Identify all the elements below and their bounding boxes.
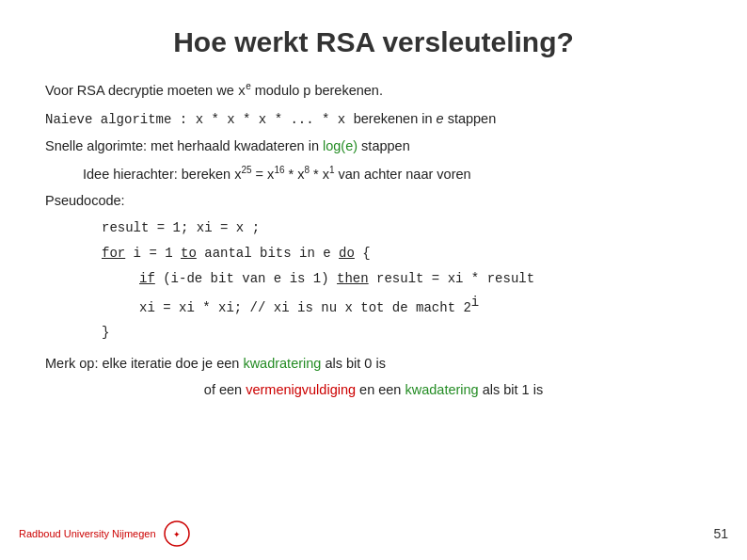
remark1-suffix: als bit 0 is bbox=[321, 356, 386, 371]
code2-rest: i = 1 bbox=[125, 246, 181, 261]
line-2: Naieve algoritme : x * x * x * ... * x b… bbox=[45, 108, 702, 131]
line2-mono: x * x * x * ... * x bbox=[187, 112, 353, 127]
remark2-pre: of een bbox=[204, 382, 246, 397]
line3-prefix: Snelle algorimte: bbox=[45, 138, 147, 153]
university-logo: ✦ bbox=[164, 520, 190, 547]
line2-e: e bbox=[437, 111, 444, 126]
line4-sup1: 25 bbox=[241, 165, 251, 175]
code-line-2: for i = 1 to aantal bits in e do { bbox=[102, 242, 702, 264]
line-3: Snelle algorimte: met herhaald kwadatere… bbox=[45, 136, 702, 156]
footer: Radboud University Nijmegen ✦ 51 bbox=[0, 520, 747, 547]
code2-rest2: aantal bits in e bbox=[197, 246, 339, 261]
code-line-4: xi = xi * xi; // xi is nu x tot de macht… bbox=[139, 293, 702, 319]
remark-line-2: of een vermenigvuldiging en een kwadater… bbox=[45, 379, 702, 400]
code2-for: for bbox=[102, 246, 125, 261]
slide-title: Hoe werkt RSA versleuteling? bbox=[45, 26, 702, 58]
code1-text: result = 1; xi = x ; bbox=[102, 220, 260, 235]
university-name: Radboud University Nijmegen bbox=[19, 528, 156, 539]
line4-mid: = x bbox=[252, 167, 275, 182]
code-line-5: } bbox=[102, 321, 702, 344]
code4-sup: i bbox=[471, 295, 479, 310]
line-1: Voor RSA decryptie moeten we xe modulo p… bbox=[45, 79, 702, 103]
page-number: 51 bbox=[713, 526, 728, 541]
line1-suffix: modulo p berekenen. bbox=[251, 83, 383, 98]
pseudo-label: Pseudocode: bbox=[45, 190, 702, 211]
code4-text: xi = xi * xi; // xi is nu x tot de macht… bbox=[139, 299, 471, 314]
code3-rest1: (i-de bit van e is 1) bbox=[155, 271, 337, 286]
pseudo-label-text: Pseudocode: bbox=[45, 193, 125, 208]
line4-prefix: Idee hierachter: bereken x bbox=[83, 167, 241, 182]
code2-do: do bbox=[339, 246, 355, 261]
line4-suffix: van achter naar voren bbox=[335, 167, 471, 182]
code2-to: to bbox=[181, 246, 197, 261]
footer-logo: Radboud University Nijmegen ✦ bbox=[19, 520, 190, 547]
content: Voor RSA decryptie moeten we xe modulo p… bbox=[45, 79, 702, 401]
code2-rest3: { bbox=[355, 246, 371, 261]
line2-suffix-pre: berekenen in bbox=[354, 111, 437, 126]
code3-then: then bbox=[337, 271, 369, 286]
code-line-3: if (i-de bit van e is 1) then result = x… bbox=[139, 267, 702, 290]
code3-rest2: result = xi * result bbox=[369, 271, 534, 286]
line2-suffix: stappen bbox=[444, 111, 497, 126]
line3-green: log(e) bbox=[323, 138, 358, 153]
line2-prefix: Naieve algoritme : bbox=[45, 112, 187, 127]
line1-xe: x bbox=[238, 84, 246, 99]
line4-mid2: * x bbox=[285, 167, 305, 182]
remark1-pre: Merk op: elke iteratie doe je een bbox=[45, 356, 243, 371]
svg-text:✦: ✦ bbox=[173, 530, 181, 539]
line1-prefix: Voor RSA decryptie moeten we bbox=[45, 83, 238, 98]
line4-sup2: 16 bbox=[274, 165, 284, 175]
code5-text: } bbox=[102, 325, 109, 340]
code3-if: if bbox=[139, 271, 155, 286]
remark1-green: kwadratering bbox=[243, 356, 321, 371]
remark2-suffix: als bit 1 is bbox=[479, 382, 544, 397]
remark2-mid: en een bbox=[356, 382, 405, 397]
pseudocode-block: result = 1; xi = x ; for i = 1 to aantal… bbox=[64, 216, 702, 343]
line3-mid: met herhaald kwadateren in bbox=[147, 138, 323, 153]
remark2-green: kwadatering bbox=[405, 382, 478, 397]
remark2-red: vermenigvuldiging bbox=[246, 382, 356, 397]
line3-suffix: stappen bbox=[358, 138, 410, 153]
line4-mid3: * x bbox=[310, 167, 329, 182]
remark-line-1: Merk op: elke iteratie doe je een kwadra… bbox=[45, 353, 702, 374]
code-line-1: result = 1; xi = x ; bbox=[102, 216, 702, 239]
line-4: Idee hierachter: bereken x25 = x16 * x8 … bbox=[83, 163, 702, 184]
slide: Hoe werkt RSA versleuteling? Voor RSA de… bbox=[0, 0, 747, 560]
